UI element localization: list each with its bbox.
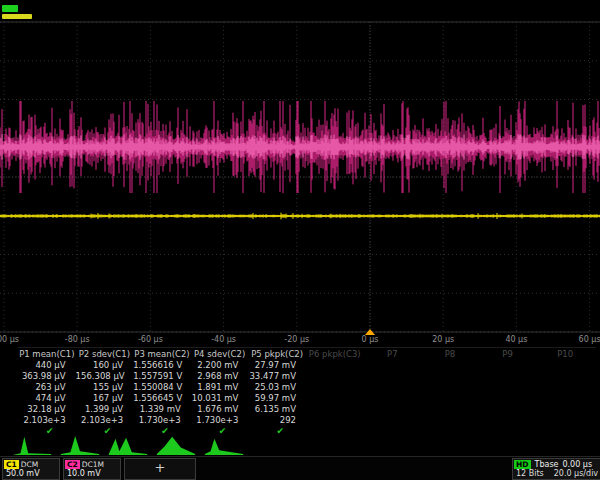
measurement-value: 10.031 mV [191, 393, 249, 404]
timebase-scale: 20.0 µs/div [554, 469, 598, 479]
x-axis-label: -40 µs [211, 335, 236, 344]
measurement-value: 363.98 µV [18, 371, 76, 382]
measurement-header-p4[interactable]: P4 sdev(C2) [191, 348, 249, 360]
measurement-value: 32.18 µV [18, 404, 76, 415]
measurement-value [536, 371, 594, 382]
measurement-status-check-icon [479, 426, 537, 437]
measurement-value: 440 µV [18, 360, 76, 371]
channel-descriptor-c2[interactable]: C2DC1M10.0 mV [63, 458, 121, 480]
measurement-value: 155 µV [76, 382, 134, 393]
measurement-value: 167 µV [76, 393, 134, 404]
measurement-value [364, 360, 422, 371]
measurement-value: 2.103e+3 [18, 415, 76, 426]
measurement-value [306, 371, 364, 382]
timebase-label: Tbase [535, 460, 559, 469]
histicon-shape [61, 436, 99, 455]
histicon[interactable] [154, 433, 198, 456]
histicon-shape [157, 437, 195, 455]
measurement-value [479, 371, 537, 382]
channel-scale: 50.0 mV [3, 469, 59, 479]
measurement-table: P1 mean(C1)P2 sdev(C1)P3 mean(C2)P4 sdev… [18, 347, 596, 437]
measurement-header-p10[interactable]: P10 [536, 348, 594, 360]
measurement-header-p7[interactable]: P7 [364, 348, 422, 360]
channel-descriptor-c1[interactable]: C1DCM50.0 mV [2, 458, 60, 480]
measurement-value [364, 415, 422, 426]
measurement-value: 27.97 mV [248, 360, 306, 371]
measurement-header-p2[interactable]: P2 sdev(C1) [76, 348, 134, 360]
timebase-offset: 0.00 µs [562, 460, 592, 469]
measurement-value: 1.730e+3 [133, 415, 191, 426]
measurement-value [421, 404, 479, 415]
measurement-value: 1.730e+3 [191, 415, 249, 426]
measurement-status-check-icon [364, 426, 422, 437]
measurement-value [536, 393, 594, 404]
add-trace-button[interactable]: + [124, 458, 196, 480]
measurement-status-check-icon [421, 426, 479, 437]
status-indicators [2, 5, 32, 19]
measurement-value: 474 µV [18, 393, 76, 404]
histicon[interactable] [10, 433, 54, 456]
x-axis-label: 40 µs [505, 335, 527, 344]
measurement-header-p5[interactable]: P5 pkpk(C2) [248, 348, 306, 360]
measurement-row: 263 µV155 µV1.550084 V1.891 mV25.03 mV [18, 382, 596, 393]
histicon[interactable] [106, 433, 150, 456]
measurement-value [421, 360, 479, 371]
x-axis-label: -80 µs [65, 335, 90, 344]
measurement-status-check-icon [306, 426, 364, 437]
adc-bits-label: 12 Bits [516, 469, 544, 479]
channel-chip: C2 [65, 460, 80, 469]
measurement-header-p9[interactable]: P9 [479, 348, 537, 360]
x-axis-label: -100 µs [0, 335, 19, 344]
measurement-header-p6[interactable]: P6 pkpk(C3) [306, 348, 364, 360]
timebase-descriptor[interactable]: HD Tbase 0.00 µs 12 Bits 20.0 µs/div [512, 458, 600, 480]
channel-scale: 10.0 mV [64, 469, 120, 479]
measurement-value: 2.200 mV [191, 360, 249, 371]
time-axis-labels: -100 µs-80 µs-60 µs-40 µs-20 µs0 µs20 µs… [0, 335, 600, 346]
measurement-value: 1.557591 V [133, 371, 191, 382]
measurement-header-row: P1 mean(C1)P2 sdev(C1)P3 mean(C2)P4 sdev… [18, 348, 596, 360]
measurement-value [306, 360, 364, 371]
measurement-value: 1.550084 V [133, 382, 191, 393]
measurement-value [306, 382, 364, 393]
measurement-value: 59.97 mV [248, 393, 306, 404]
measurement-value: 160 µV [76, 360, 134, 371]
measurement-value [306, 393, 364, 404]
measurement-value [364, 404, 422, 415]
measurement-value: 6.135 mV [248, 404, 306, 415]
measurement-value: 33.477 mV [248, 371, 306, 382]
measurement-header-p1[interactable]: P1 mean(C1) [18, 348, 76, 360]
measurement-status-check-icon [536, 426, 594, 437]
measurement-value [479, 415, 537, 426]
histicon-shape [205, 439, 243, 455]
measurement-header-p3[interactable]: P3 mean(C2) [133, 348, 191, 360]
measurement-value [421, 415, 479, 426]
status-led-green-icon [2, 5, 18, 12]
measurement-row: 440 µV160 µV1.556616 V2.200 mV27.97 mV [18, 360, 596, 371]
measurement-value: 292 [248, 415, 306, 426]
measurement-value [479, 360, 537, 371]
measurement-value: 1.339 mV [133, 404, 191, 415]
measurement-value: 25.03 mV [248, 382, 306, 393]
measurement-row: 474 µV167 µV1.556645 V10.031 mV59.97 mV [18, 393, 596, 404]
measurement-value [479, 382, 537, 393]
measurement-value [421, 382, 479, 393]
measurement-value [306, 415, 364, 426]
histicon[interactable] [202, 433, 246, 456]
measurement-status-check-icon: ✔ [248, 426, 306, 437]
measurement-value: 1.891 mV [191, 382, 249, 393]
measurement-value [364, 393, 422, 404]
histicon[interactable] [58, 433, 102, 456]
measurement-value: 1.399 µV [76, 404, 134, 415]
measurement-value [479, 393, 537, 404]
measurement-value: 2.968 mV [191, 371, 249, 382]
measurement-row: 2.103e+32.103e+31.730e+31.730e+3292 [18, 415, 596, 426]
measurement-value [421, 371, 479, 382]
measurement-value: 156.308 µV [76, 371, 134, 382]
measurement-value [536, 382, 594, 393]
trigger-time-marker-icon[interactable] [365, 329, 375, 335]
channel-chip: C1 [4, 460, 19, 469]
status-led-yellow-icon [2, 14, 32, 19]
measurement-value [536, 404, 594, 415]
measurement-value [536, 360, 594, 371]
measurement-header-p8[interactable]: P8 [421, 348, 479, 360]
